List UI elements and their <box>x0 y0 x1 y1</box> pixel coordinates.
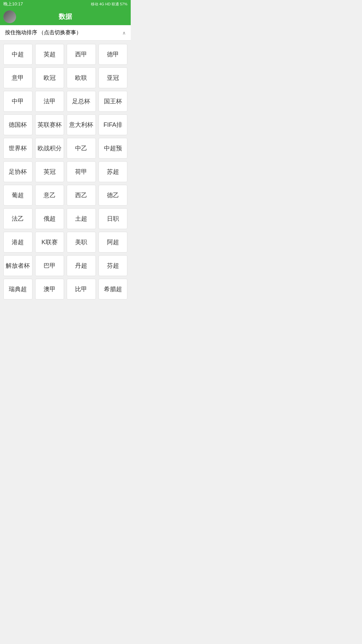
league-item-deguobei[interactable]: 德国杯 <box>3 114 33 135</box>
status-right-info: 移动 4G HD 联通 57% <box>91 2 127 7</box>
league-item-ouguan[interactable]: 欧冠 <box>35 67 64 88</box>
league-item-xijia[interactable]: 西甲 <box>67 44 96 65</box>
league-grid: 中超英超西甲德甲意甲欧冠欧联亚冠中甲法甲足总杯国王杯德国杯英联赛杯意大利杯FIF… <box>3 44 127 300</box>
league-item-fajia[interactable]: 法甲 <box>35 91 64 112</box>
league-item-dejia[interactable]: 德甲 <box>99 44 128 65</box>
league-item-rizhi[interactable]: 日职 <box>99 208 128 229</box>
league-item-hejia[interactable]: 荷甲 <box>67 161 96 182</box>
status-bar: 晚上10:17 移动 4G HD 联通 57% <box>0 0 131 8</box>
league-item-yingchao[interactable]: 英超 <box>35 44 64 65</box>
league-item-fifapai[interactable]: FIFA排 <box>99 114 128 135</box>
sort-main-label: 按住拖动排序 <box>5 30 37 35</box>
league-item-tuchao[interactable]: 土超 <box>67 208 96 229</box>
league-item-jiefangzhebei[interactable]: 解放者杯 <box>3 255 33 276</box>
league-item-xilachao[interactable]: 希腊超 <box>99 279 128 300</box>
league-item-aojia[interactable]: 澳甲 <box>35 279 64 300</box>
page-title: 数据 <box>59 12 72 21</box>
league-item-yijia[interactable]: 意甲 <box>3 67 33 88</box>
header: 数据 <box>0 8 131 25</box>
league-item-ouzhanjifen[interactable]: 欧战积分 <box>35 138 64 159</box>
league-item-suchao[interactable]: 苏超 <box>99 161 128 182</box>
league-item-danchao[interactable]: 丹超 <box>67 255 96 276</box>
league-item-yiyi[interactable]: 意乙 <box>35 185 64 206</box>
league-item-fenchao[interactable]: 芬超 <box>99 255 128 276</box>
league-item-zhongyi[interactable]: 中乙 <box>67 138 96 159</box>
sort-sub-label: （点击切换赛事） <box>39 30 81 35</box>
league-item-zhongchaoyuu[interactable]: 中超预 <box>99 138 128 159</box>
league-item-ruidianichao[interactable]: 瑞典超 <box>3 279 33 300</box>
league-grid-container: 中超英超西甲德甲意甲欧冠欧联亚冠中甲法甲足总杯国王杯德国杯英联赛杯意大利杯FIF… <box>0 41 131 303</box>
league-item-guowangbei[interactable]: 国王杯 <box>99 91 128 112</box>
sort-bar: 按住拖动排序 （点击切换赛事） ∧ <box>0 25 131 41</box>
league-item-echao[interactable]: 俄超 <box>35 208 64 229</box>
sort-label: 按住拖动排序 （点击切换赛事） <box>5 29 81 36</box>
league-item-shijieibei[interactable]: 世界杯 <box>3 138 33 159</box>
league-item-achao[interactable]: 阿超 <box>99 232 128 253</box>
league-item-yaguan[interactable]: 亚冠 <box>99 67 128 88</box>
league-item-xiyi[interactable]: 西乙 <box>67 185 96 206</box>
league-item-zuixiebei[interactable]: 足协杯 <box>3 161 33 182</box>
league-item-puchao[interactable]: 葡超 <box>3 185 33 206</box>
league-item-oulian[interactable]: 欧联 <box>67 67 96 88</box>
status-time: 晚上10:17 <box>3 1 23 7</box>
league-item-yingguan[interactable]: 英冠 <box>35 161 64 182</box>
league-item-deyi[interactable]: 德乙 <box>99 185 128 206</box>
league-item-yidalibei[interactable]: 意大利杯 <box>67 114 96 135</box>
league-item-gangchao[interactable]: 港超 <box>3 232 33 253</box>
league-item-zhongchao[interactable]: 中超 <box>3 44 33 65</box>
league-item-zhongjia[interactable]: 中甲 <box>3 91 33 112</box>
league-item-fayi[interactable]: 法乙 <box>3 208 33 229</box>
league-item-meizhi[interactable]: 美职 <box>67 232 96 253</box>
league-item-zuzonbei[interactable]: 足总杯 <box>67 91 96 112</box>
league-item-yingliansbei[interactable]: 英联赛杯 <box>35 114 64 135</box>
league-item-kliansai[interactable]: K联赛 <box>35 232 64 253</box>
avatar[interactable] <box>3 10 16 23</box>
chevron-up-icon[interactable]: ∧ <box>122 30 126 36</box>
league-item-bajia[interactable]: 巴甲 <box>35 255 64 276</box>
league-item-bijia[interactable]: 比甲 <box>67 279 96 300</box>
